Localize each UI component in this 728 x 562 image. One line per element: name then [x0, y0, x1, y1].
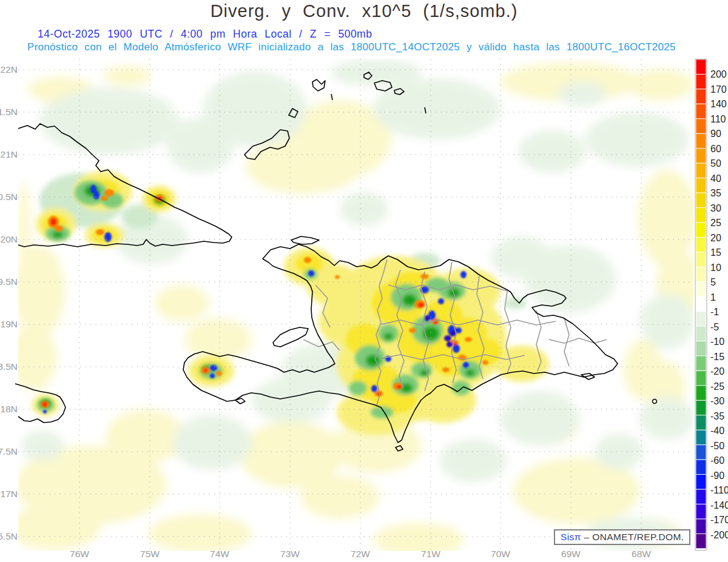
- divergence-field: [9, 59, 703, 557]
- lon-tick-label: 70W: [491, 549, 510, 559]
- lon-tick-label: 75W: [140, 549, 160, 559]
- colorbar-label: 20: [710, 233, 721, 243]
- lon-tick-label: 72W: [351, 549, 370, 559]
- colorbar-cell: [696, 534, 706, 548]
- lat-tick-label: 19N: [1, 319, 18, 329]
- colorbar-label: -50: [710, 441, 724, 451]
- credit-box: Sisπ – ONAMET/REP.DOM.: [554, 529, 690, 545]
- colorbar: 200 170 140 110 90 60 50 40 35 30 25 20 …: [695, 59, 728, 550]
- model-line: Pronóstico con el Modelo Atmósferico WRF…: [27, 41, 676, 53]
- lat-axis: 22N 1.5N 21N 0.5N 20N 9.5N 19N 8.5N 18N …: [0, 64, 18, 541]
- colorbar-label: 90: [710, 129, 721, 139]
- colorbar-cell: [696, 297, 706, 311]
- colorbar-label: -90: [710, 470, 724, 481]
- colorbar-label: 40: [710, 173, 721, 184]
- colorbar-label: -110: [710, 485, 728, 495]
- colorbar-label: 10: [710, 263, 721, 273]
- colorbar-label: -5: [710, 322, 719, 332]
- colorbar-label: 35: [710, 188, 721, 198]
- colorbar-label: -30: [710, 396, 724, 406]
- credit-logo: Sisπ: [561, 532, 581, 542]
- colorbar-label: -200: [710, 530, 728, 540]
- colorbar-cell: [696, 238, 706, 252]
- lat-tick-label: 1.5N: [0, 107, 18, 117]
- colorbar-label: 5: [710, 277, 716, 287]
- colorbar-cell: [696, 208, 706, 222]
- colorbar-label: -35: [710, 411, 724, 421]
- colorbar-label: -25: [710, 381, 724, 392]
- colorbar-label: 30: [710, 203, 721, 213]
- lat-tick-label: 20N: [1, 234, 18, 244]
- colorbar-cell: [696, 415, 706, 429]
- colorbar-label: -60: [710, 455, 724, 466]
- colorbar-cell: [696, 445, 706, 459]
- colorbar-label: 25: [710, 218, 721, 228]
- colorbar-cell: [696, 401, 706, 415]
- colorbar-label: 1: [710, 292, 716, 303]
- lat-tick-label: 6.5N: [0, 531, 18, 541]
- colorbar-cell: [696, 223, 706, 237]
- colorbar-cell: [696, 386, 706, 400]
- colorbar-cell: [696, 75, 706, 89]
- lat-tick-label: 21N: [1, 149, 18, 159]
- colorbar-label: -10: [710, 336, 724, 347]
- lon-tick-label: 74W: [210, 549, 229, 559]
- colorbar-cell: [696, 149, 706, 162]
- lon-tick-label: 73W: [280, 549, 300, 559]
- colorbar-cell: [696, 119, 706, 133]
- colorbar-label: 50: [710, 158, 721, 169]
- colorbar-label: 60: [710, 144, 721, 154]
- lat-tick-label: 0.5N: [0, 192, 18, 202]
- colorbar-cell: [696, 312, 706, 326]
- colorbar-label: 110: [710, 114, 726, 124]
- colorbar-cell: [696, 341, 706, 355]
- lon-axis: 76W 75W 74W 73W 72W 71W 70W 69W 68W: [70, 549, 651, 559]
- colorbar-label: -1: [710, 307, 719, 317]
- colorbar-cell: [696, 60, 706, 74]
- colorbar-labels: 200 170 140 110 90 60 50 40 35 30 25 20 …: [710, 69, 728, 540]
- lat-tick-label: 18N: [1, 404, 18, 414]
- colorbar-cell: [696, 267, 706, 281]
- colorbar-cell: [696, 104, 706, 118]
- lat-tick-label: 9.5N: [0, 276, 18, 287]
- colorbar-label: 15: [710, 247, 721, 258]
- colorbar-cell: [696, 371, 706, 385]
- coast-tortuga: [291, 236, 319, 244]
- colorbar-cells: [696, 60, 706, 549]
- lat-tick-label: 7.5N: [0, 446, 18, 457]
- colorbar-cell: [696, 164, 706, 178]
- colorbar-label: -140: [710, 500, 728, 510]
- colorbar-label: 170: [710, 84, 727, 95]
- lon-tick-label: 68W: [632, 549, 651, 559]
- lon-tick-label: 76W: [70, 549, 89, 559]
- colorbar-cell: [696, 475, 706, 489]
- credit-text: – ONAMET/REP.DOM.: [584, 532, 684, 542]
- lon-tick-label: 71W: [421, 549, 440, 559]
- colorbar-label: -20: [710, 366, 724, 376]
- colorbar-cell: [696, 193, 706, 207]
- lat-tick-label: 8.5N: [0, 361, 18, 372]
- lon-tick-label: 69W: [561, 549, 581, 559]
- colorbar-cell: [696, 252, 706, 266]
- datetime-line: 14-Oct-2025 1900 UTC / 4:00 pm Hora Loca…: [38, 28, 372, 41]
- colorbar-label: -40: [710, 426, 724, 436]
- lat-tick-label: 17N: [1, 489, 18, 499]
- colorbar-cell: [696, 327, 706, 341]
- lat-tick-label: 22N: [1, 64, 18, 75]
- colorbar-label: -170: [710, 515, 728, 525]
- map-canvas: 22N 1.5N 21N 0.5N 20N 9.5N 19N 8.5N 18N …: [0, 58, 728, 562]
- colorbar-cell: [696, 134, 706, 148]
- colorbar-cell: [696, 178, 706, 192]
- colorbar-cell: [696, 490, 706, 504]
- colorbar-cell: [696, 282, 706, 296]
- weather-map-page: Diverg. y Conv. x10^5 (1/s,somb.) 14-Oct…: [0, 0, 728, 562]
- colorbar-cell: [696, 89, 706, 103]
- colorbar-cell: [696, 430, 706, 444]
- colorbar-cell: [696, 460, 706, 474]
- colorbar-label: 200: [710, 69, 727, 79]
- page-title: Diverg. y Conv. x10^5 (1/s,somb.): [0, 1, 728, 21]
- colorbar-cell: [696, 356, 706, 370]
- colorbar-cell: [696, 504, 706, 518]
- coast-gonave: [273, 327, 308, 347]
- colorbar-cell: [696, 520, 706, 534]
